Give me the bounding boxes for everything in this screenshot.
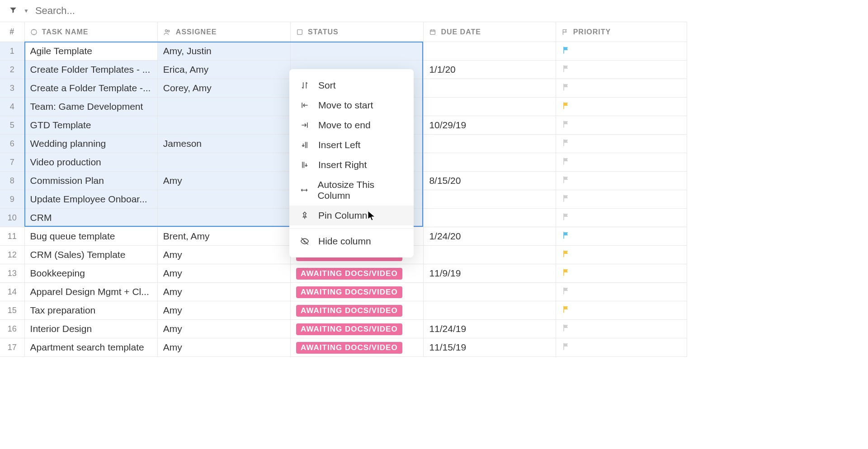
row-number[interactable]: 12	[0, 246, 24, 264]
menu-move-start[interactable]: Move to start	[289, 95, 414, 115]
filter-icon[interactable]	[9, 6, 17, 16]
cell-assignee[interactable]	[157, 98, 290, 116]
cell-status[interactable]: AWAITING DOCS/VIDEO	[291, 301, 424, 320]
cell-task-name[interactable]: Apartment search template	[24, 338, 157, 357]
chevron-down-icon[interactable]: ▼	[24, 8, 29, 14]
cell-status[interactable]: AWAITING DOCS/VIDEO	[291, 264, 424, 283]
cell-assignee[interactable]: Erica, Amy	[157, 61, 290, 79]
priority-flag-icon[interactable]	[561, 46, 571, 57]
cell-due-date[interactable]	[424, 135, 556, 153]
cell-due-date[interactable]	[424, 42, 556, 61]
cell-priority[interactable]	[556, 98, 687, 116]
cell-priority[interactable]	[556, 190, 687, 209]
cell-due-date[interactable]	[424, 153, 556, 172]
menu-insert-left[interactable]: Insert Left	[289, 135, 414, 155]
column-header-status[interactable]: STATUS	[291, 22, 424, 42]
row-number[interactable]: 4	[0, 98, 24, 116]
cell-due-date[interactable]	[424, 190, 556, 209]
cell-task-name[interactable]: Wedding planning	[24, 135, 157, 153]
row-number[interactable]: 15	[0, 301, 24, 320]
cell-task-name[interactable]: Agile Template	[24, 42, 157, 61]
menu-pin-column[interactable]: Pin Column	[289, 206, 414, 225]
cell-priority[interactable]	[556, 61, 687, 79]
row-number[interactable]: 2	[0, 61, 24, 79]
column-header-priority[interactable]: PRIORITY	[556, 22, 687, 42]
cell-task-name[interactable]: Bug queue template	[24, 227, 157, 246]
cell-task-name[interactable]: Video production	[24, 153, 157, 172]
cell-priority[interactable]	[556, 153, 687, 172]
table-row[interactable]: 15Tax preparationAmyAWAITING DOCS/VIDEO	[0, 301, 687, 320]
cell-due-date[interactable]: 1/24/20	[424, 227, 556, 246]
row-number[interactable]: 9	[0, 190, 24, 209]
column-header-assignee[interactable]: ASSIGNEE	[157, 22, 290, 42]
column-header-due[interactable]: DUE DATE	[424, 22, 556, 42]
row-number[interactable]: 7	[0, 153, 24, 172]
priority-flag-icon[interactable]	[561, 138, 571, 150]
cell-assignee[interactable]: Amy	[157, 283, 290, 301]
cell-due-date[interactable]	[424, 246, 556, 264]
status-badge[interactable]: AWAITING DOCS/VIDEO	[296, 342, 402, 354]
row-number[interactable]: 8	[0, 172, 24, 190]
cell-task-name[interactable]: Team: Game Development	[24, 98, 157, 116]
cell-priority[interactable]	[556, 116, 687, 135]
table-row[interactable]: 1Agile TemplateAmy, Justin	[0, 42, 687, 61]
row-number[interactable]: 13	[0, 264, 24, 283]
status-badge[interactable]: AWAITING DOCS/VIDEO	[296, 286, 402, 298]
cell-assignee[interactable]: Amy	[157, 320, 290, 338]
cell-due-date[interactable]: 1/1/20	[424, 61, 556, 79]
search-input[interactable]	[35, 5, 216, 17]
menu-hide-column[interactable]: Hide column	[289, 231, 414, 251]
table-row[interactable]: 17Apartment search templateAmyAWAITING D…	[0, 338, 687, 357]
cell-priority[interactable]	[556, 42, 687, 61]
cell-assignee[interactable]: Amy	[157, 246, 290, 264]
cell-task-name[interactable]: Commission Plan	[24, 172, 157, 190]
priority-flag-icon[interactable]	[561, 323, 571, 335]
priority-flag-icon[interactable]	[561, 231, 571, 242]
cell-task-name[interactable]: Create a Folder Template -...	[24, 79, 157, 98]
priority-flag-icon[interactable]	[561, 120, 571, 131]
cell-priority[interactable]	[556, 301, 687, 320]
menu-autosize[interactable]: Autosize This Column	[289, 175, 414, 206]
row-number[interactable]: 17	[0, 338, 24, 357]
cell-priority[interactable]	[556, 209, 687, 227]
table-row[interactable]: 13BookkeepingAmyAWAITING DOCS/VIDEO11/9/…	[0, 264, 687, 283]
cell-due-date[interactable]: 8/15/20	[424, 172, 556, 190]
cell-due-date[interactable]: 10/29/19	[424, 116, 556, 135]
cell-assignee[interactable]	[157, 209, 290, 227]
row-number[interactable]: 10	[0, 209, 24, 227]
row-number[interactable]: 14	[0, 283, 24, 301]
row-number[interactable]: 16	[0, 320, 24, 338]
cell-assignee[interactable]: Amy, Justin	[157, 42, 290, 61]
cell-due-date[interactable]: 11/9/19	[424, 264, 556, 283]
cell-due-date[interactable]	[424, 98, 556, 116]
cell-assignee[interactable]: Amy	[157, 264, 290, 283]
cell-priority[interactable]	[556, 246, 687, 264]
cell-assignee[interactable]: Amy	[157, 301, 290, 320]
cell-due-date[interactable]	[424, 209, 556, 227]
table-row[interactable]: 16Interior DesignAmyAWAITING DOCS/VIDEO1…	[0, 320, 687, 338]
priority-flag-icon[interactable]	[561, 175, 571, 187]
cell-priority[interactable]	[556, 320, 687, 338]
cell-due-date[interactable]	[424, 79, 556, 98]
cell-priority[interactable]	[556, 227, 687, 246]
cell-due-date[interactable]	[424, 301, 556, 320]
priority-flag-icon[interactable]	[561, 305, 571, 316]
column-header-task[interactable]: TASK NAME	[24, 22, 157, 42]
row-number[interactable]: 6	[0, 135, 24, 153]
cell-assignee[interactable]	[157, 153, 290, 172]
priority-flag-icon[interactable]	[561, 64, 571, 75]
row-number[interactable]: 11	[0, 227, 24, 246]
cell-assignee[interactable]: Corey, Amy	[157, 79, 290, 98]
priority-flag-icon[interactable]	[561, 212, 571, 224]
cell-assignee[interactable]	[157, 190, 290, 209]
cell-task-name[interactable]: Update Employee Onboar...	[24, 190, 157, 209]
cell-task-name[interactable]: Create Folder Templates - ...	[24, 61, 157, 79]
cell-assignee[interactable]: Brent, Amy	[157, 227, 290, 246]
cell-task-name[interactable]: Interior Design	[24, 320, 157, 338]
priority-flag-icon[interactable]	[561, 101, 571, 112]
cell-due-date[interactable]: 11/24/19	[424, 320, 556, 338]
cell-task-name[interactable]: Bookkeeping	[24, 264, 157, 283]
table-row[interactable]: 14Apparel Design Mgmt + Cl...AmyAWAITING…	[0, 283, 687, 301]
priority-flag-icon[interactable]	[561, 157, 571, 168]
priority-flag-icon[interactable]	[561, 342, 571, 353]
